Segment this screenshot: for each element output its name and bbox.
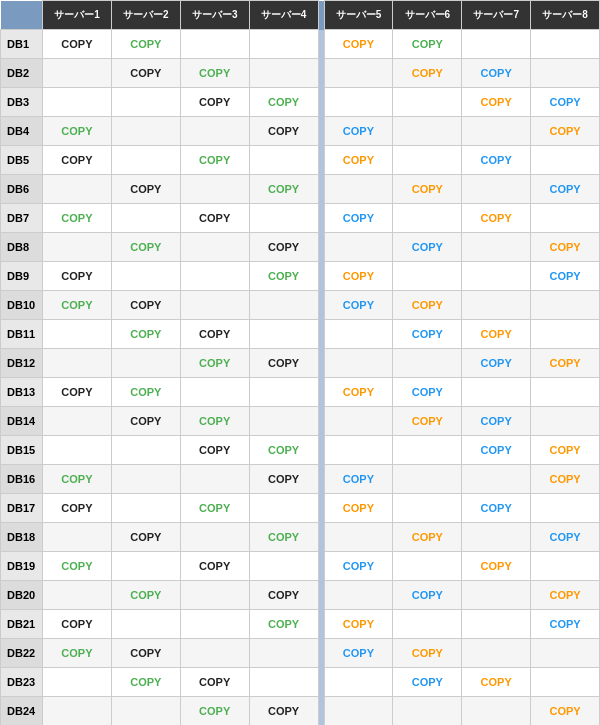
copy-label: COPY	[61, 154, 92, 166]
copy-cell	[111, 146, 180, 175]
copy-cell	[111, 349, 180, 378]
copy-cell: COPY	[324, 262, 393, 291]
copy-label: COPY	[199, 96, 230, 108]
copy-cell	[43, 407, 112, 436]
copy-cell: COPY	[462, 494, 531, 523]
table-row: DB11COPYCOPYCOPYCOPY	[1, 320, 600, 349]
copy-cell	[393, 117, 462, 146]
copy-cell	[393, 552, 462, 581]
copy-cell	[111, 436, 180, 465]
copy-label: COPY	[549, 183, 580, 195]
copy-cell	[180, 378, 249, 407]
copy-label: COPY	[130, 386, 161, 398]
copy-cell: COPY	[393, 59, 462, 88]
copy-label: COPY	[549, 531, 580, 543]
copy-cell	[180, 639, 249, 668]
copy-cell: COPY	[324, 494, 393, 523]
copy-cell: COPY	[324, 291, 393, 320]
column-header-サーバー3: サーバー3	[180, 1, 249, 30]
db-label: DB21	[1, 610, 43, 639]
copy-cell: COPY	[393, 291, 462, 320]
copy-cell: COPY	[111, 581, 180, 610]
copy-cell	[111, 494, 180, 523]
copy-label: COPY	[412, 299, 443, 311]
copy-cell: COPY	[531, 117, 600, 146]
copy-cell	[462, 262, 531, 291]
copy-cell	[324, 320, 393, 349]
copy-label: COPY	[412, 415, 443, 427]
copy-cell: COPY	[180, 349, 249, 378]
copy-label: COPY	[412, 67, 443, 79]
copy-cell	[43, 88, 112, 117]
copy-cell	[249, 668, 318, 697]
copy-cell	[111, 697, 180, 726]
copy-cell	[180, 175, 249, 204]
column-header-サーバー8: サーバー8	[531, 1, 600, 30]
column-header-サーバー4: サーバー4	[249, 1, 318, 30]
copy-cell	[462, 523, 531, 552]
copy-cell: COPY	[462, 59, 531, 88]
copy-cell: COPY	[43, 639, 112, 668]
copy-cell	[531, 320, 600, 349]
table-row: DB18COPYCOPYCOPYCOPY	[1, 523, 600, 552]
copy-cell	[249, 204, 318, 233]
copy-label: COPY	[549, 241, 580, 253]
table-row: DB15COPYCOPYCOPYCOPY	[1, 436, 600, 465]
db-label: DB17	[1, 494, 43, 523]
copy-cell	[249, 407, 318, 436]
db-label: DB22	[1, 639, 43, 668]
copy-cell: COPY	[249, 349, 318, 378]
copy-label: COPY	[481, 154, 512, 166]
copy-label: COPY	[199, 154, 230, 166]
copy-cell: COPY	[180, 494, 249, 523]
copy-cell	[462, 233, 531, 262]
copy-cell	[393, 697, 462, 726]
db-label: DB7	[1, 204, 43, 233]
copy-label: COPY	[343, 125, 374, 137]
copy-label: COPY	[61, 270, 92, 282]
column-header-サーバー2: サーバー2	[111, 1, 180, 30]
copy-cell: COPY	[180, 146, 249, 175]
copy-cell	[462, 697, 531, 726]
copy-cell: COPY	[43, 146, 112, 175]
copy-label: COPY	[130, 589, 161, 601]
db-label: DB15	[1, 436, 43, 465]
copy-cell: COPY	[393, 378, 462, 407]
copy-cell: COPY	[324, 552, 393, 581]
copy-cell: COPY	[324, 639, 393, 668]
copy-cell	[462, 581, 531, 610]
copy-label: COPY	[343, 502, 374, 514]
copy-label: COPY	[549, 705, 580, 717]
copy-label: COPY	[199, 502, 230, 514]
copy-label: COPY	[268, 270, 299, 282]
copy-cell: COPY	[43, 378, 112, 407]
copy-cell: COPY	[462, 436, 531, 465]
copy-cell	[180, 291, 249, 320]
table-row: DB14COPYCOPYCOPYCOPY	[1, 407, 600, 436]
copy-cell	[43, 233, 112, 262]
copy-label: COPY	[268, 531, 299, 543]
copy-cell	[531, 378, 600, 407]
table-row: DB2COPYCOPYCOPYCOPY	[1, 59, 600, 88]
db-label: DB3	[1, 88, 43, 117]
copy-cell	[249, 146, 318, 175]
copy-cell: COPY	[462, 349, 531, 378]
copy-cell: COPY	[393, 30, 462, 59]
table-row: DB13COPYCOPYCOPYCOPY	[1, 378, 600, 407]
copy-label: COPY	[343, 618, 374, 630]
copy-label: COPY	[130, 676, 161, 688]
copy-label: COPY	[61, 386, 92, 398]
copy-label: COPY	[343, 560, 374, 572]
copy-label: COPY	[268, 618, 299, 630]
copy-label: COPY	[268, 125, 299, 137]
copy-label: COPY	[343, 647, 374, 659]
copy-cell	[324, 175, 393, 204]
separator-header	[1, 1, 43, 30]
copy-label: COPY	[343, 270, 374, 282]
db-label: DB16	[1, 465, 43, 494]
copy-label: COPY	[412, 647, 443, 659]
copy-label: COPY	[549, 357, 580, 369]
table-row: DB19COPYCOPYCOPYCOPY	[1, 552, 600, 581]
copy-cell: COPY	[249, 610, 318, 639]
copy-label: COPY	[130, 241, 161, 253]
